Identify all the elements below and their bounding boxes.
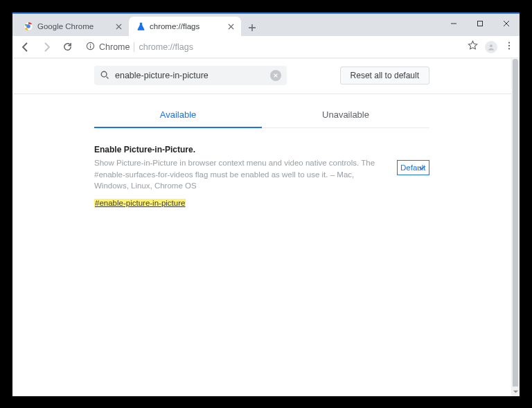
origin-chip: Chrome	[99, 42, 130, 52]
clear-search-icon[interactable]	[270, 70, 281, 81]
tab-strip: Google Chrome chrome://flags	[12, 14, 520, 36]
svg-point-10	[101, 71, 107, 77]
tab-title: chrome://flags	[150, 22, 222, 30]
svg-point-8	[508, 44, 510, 46]
flask-icon	[136, 21, 145, 31]
svg-point-1	[26, 24, 30, 28]
reload-button[interactable]	[60, 39, 75, 55]
back-button[interactable]	[18, 39, 33, 55]
address-bar[interactable]: Chrome chrome://flags	[80, 39, 462, 55]
flag-description: Show Picture-in-Picture in browser conte…	[94, 157, 383, 192]
svg-point-9	[508, 48, 510, 49]
search-icon	[100, 70, 109, 82]
close-icon[interactable]	[226, 21, 236, 31]
flag-state-select[interactable]: Default	[397, 160, 429, 175]
browser-tab-flags[interactable]: chrome://flags	[129, 17, 241, 36]
window-controls	[441, 14, 520, 33]
close-icon[interactable]	[114, 21, 123, 31]
tab-available[interactable]: Available	[94, 104, 262, 128]
separator	[134, 42, 134, 52]
bookmark-star-icon[interactable]	[468, 40, 478, 53]
site-info-icon[interactable]	[86, 42, 95, 53]
reset-all-button[interactable]: Reset all to default	[340, 66, 429, 85]
chevron-down-icon	[418, 164, 425, 172]
flags-tabs: Available Unavailable	[94, 104, 429, 128]
chrome-icon	[24, 21, 33, 31]
flags-search-input[interactable]	[115, 71, 265, 80]
vertical-scrollbar[interactable]	[511, 59, 520, 396]
svg-point-6	[490, 44, 493, 47]
browser-toolbar: Chrome chrome://flags	[12, 36, 520, 58]
svg-rect-2	[478, 21, 483, 26]
flags-search-box[interactable]	[94, 66, 287, 85]
close-window-button[interactable]	[493, 14, 520, 33]
scroll-down-button[interactable]	[511, 387, 520, 396]
scrollbar-thumb[interactable]	[513, 59, 518, 396]
url-text: chrome://flags	[139, 42, 193, 52]
svg-rect-5	[90, 45, 91, 48]
menu-kebab-icon[interactable]	[504, 41, 514, 53]
flag-result: Enable Picture-in-Picture. Show Picture-…	[94, 145, 429, 209]
new-tab-button[interactable]	[244, 19, 260, 36]
divider	[12, 94, 511, 94]
flag-title: Enable Picture-in-Picture.	[94, 145, 383, 154]
browser-tab-google-chrome[interactable]: Google Chrome	[17, 17, 129, 36]
svg-point-7	[508, 42, 510, 43]
svg-point-4	[90, 44, 91, 44]
forward-button[interactable]	[39, 39, 54, 55]
tab-title: Google Chrome	[37, 22, 109, 30]
maximize-button[interactable]	[467, 14, 493, 33]
tab-unavailable[interactable]: Unavailable	[262, 104, 429, 127]
flag-hash-link[interactable]: #enable-picture-in-picture	[94, 199, 186, 207]
minimize-button[interactable]	[441, 14, 467, 33]
profile-avatar[interactable]	[485, 41, 497, 53]
